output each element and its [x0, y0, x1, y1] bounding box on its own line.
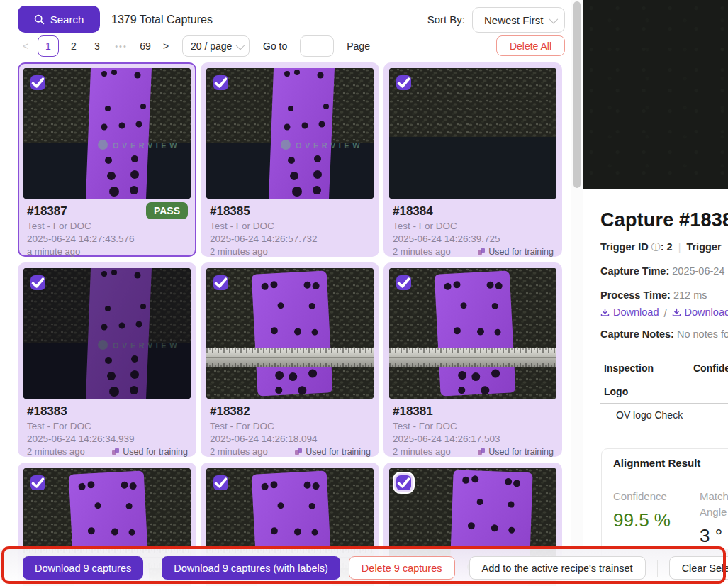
matched-angle-label: Matched Angle [700, 489, 728, 520]
sort-select[interactable]: Newest First [472, 7, 565, 33]
capture-thumbnail [23, 68, 191, 199]
capture-checkbox[interactable] [30, 275, 45, 290]
sort-select-value: Newest First [484, 14, 543, 26]
capture-card[interactable]: #18387 PASS Test - For DOC 2025-06-24 14… [18, 62, 196, 257]
capture-thumbnail [389, 68, 556, 199]
used-for-training-tag: Used for training [477, 446, 554, 458]
search-button[interactable]: Search [18, 6, 100, 33]
page-size-select[interactable]: 20 / page [182, 35, 250, 57]
delete-all-button[interactable]: Delete All [496, 35, 565, 56]
capture-timestamp: 2025-06-24 14:26:57.732 [210, 233, 371, 245]
chevron-down-icon [236, 40, 245, 50]
page-1-button[interactable]: 1 [38, 35, 59, 57]
capture-timestamp: 2025-06-24 14:26:34.939 [27, 433, 188, 446]
capture-timestamp: 2025-06-24 14:27:43.576 [27, 233, 188, 245]
capture-card[interactable]: #18381 Test - For DOC 2025-06-24 14:26:1… [383, 262, 562, 457]
capture-relative-time: 2 minutes ago [393, 446, 451, 458]
search-icon [34, 14, 45, 25]
capture-timestamp: 2025-06-24 14:26:17.503 [393, 433, 554, 446]
capture-name: Test - For DOC [27, 220, 188, 233]
capture-timestamp: 2025-06-24 14:26:39.725 [393, 233, 554, 245]
captures-grid: #18387 PASS Test - For DOC 2025-06-24 14… [18, 62, 564, 586]
capture-detail-image[interactable] [583, 0, 728, 189]
capture-info: #18383 Test - For DOC 2025-06-24 14:26:3… [23, 399, 191, 458]
capture-info: #18387 PASS Test - For DOC 2025-06-24 14… [23, 199, 191, 258]
scrollbar-thumb[interactable] [573, 1, 581, 188]
page-69-button[interactable]: 69 [137, 35, 154, 57]
goto-label: Go to [263, 40, 287, 52]
capture-name: Test - For DOC [393, 220, 554, 233]
inspection-row[interactable]: OV logo Check 99.5 % [600, 404, 728, 426]
capture-relative-time: a minute ago [27, 245, 80, 258]
page-3-button[interactable]: 3 [89, 35, 106, 57]
capture-card[interactable]: #18382 Test - For DOC 2025-06-24 14:26:1… [201, 262, 379, 457]
check-icon [213, 275, 228, 290]
capture-relative-time: 2 minutes ago [210, 245, 268, 258]
capture-checkbox[interactable] [213, 475, 228, 490]
capture-thumbnail [206, 68, 374, 199]
captures-main-area: Search 1379 Total Captures Sort By: Newe… [0, 0, 571, 586]
page-2-button[interactable]: 2 [65, 35, 82, 57]
capture-checkbox[interactable] [213, 275, 228, 290]
capture-id: #18383 [27, 404, 188, 419]
download-selected-button[interactable]: Download 9 captures [23, 556, 143, 580]
chevron-down-icon [549, 14, 559, 23]
used-for-training-tag: Used for training [111, 446, 188, 458]
col-confidence: Confidence [693, 363, 728, 374]
check-icon [396, 275, 411, 290]
capture-relative-time: 2 minutes ago [27, 446, 85, 458]
process-time-line: Process Time: 212 ms [600, 287, 728, 304]
capture-info: #18381 Test - For DOC 2025-06-24 14:26:1… [389, 399, 556, 458]
used-for-training-tag: Used for training [477, 245, 554, 258]
delete-selected-button[interactable]: Delete 9 captures [349, 556, 455, 580]
search-button-label: Search [50, 13, 84, 26]
confidence-label: Confidence [613, 489, 681, 504]
download-links: Download / Download (with labels) [600, 304, 728, 322]
capture-id: #18381 [393, 404, 554, 419]
capture-checkbox[interactable] [396, 275, 411, 290]
col-inspection: Inspection [604, 363, 693, 374]
pagination-ellipsis[interactable]: ••• [112, 42, 130, 50]
used-for-training-tag: Used for training [294, 446, 371, 458]
alignment-result-card: Alignment Result Confidence 99.5 % Match… [601, 448, 728, 563]
download-link[interactable]: Download [600, 304, 659, 321]
pass-badge: PASS [146, 202, 188, 219]
check-icon [213, 475, 228, 490]
capture-id: #18382 [210, 404, 371, 419]
inspection-table: Inspection Confidence Logo OV logo Check… [600, 358, 728, 426]
capture-checkbox[interactable] [30, 75, 45, 90]
info-icon[interactable]: ⓘ [651, 242, 661, 253]
download-with-labels-link[interactable]: Download (with labels) [672, 304, 728, 321]
capture-checkbox[interactable] [396, 75, 411, 90]
capture-checkbox[interactable] [30, 475, 45, 490]
page-label: Page [347, 40, 370, 52]
capture-checkbox[interactable] [213, 75, 228, 90]
inspection-table-header: Inspection Confidence [600, 358, 728, 380]
download-selected-with-labels-button[interactable]: Download 9 captures (with labels) [162, 556, 340, 580]
total-captures-count: 1379 Total Captures [111, 13, 213, 26]
capture-detail-title: Capture #18387 [600, 209, 728, 231]
check-icon [30, 275, 45, 290]
add-to-trainset-button[interactable]: Add to the active recipe's trainset [469, 556, 646, 580]
capture-name: Test - For DOC [210, 420, 371, 433]
capture-timestamp: 2025-06-24 14:26:18.094 [210, 433, 371, 446]
capture-thumbnail [389, 268, 556, 399]
capture-relative-time: 2 minutes ago [393, 245, 451, 258]
clear-selection-button[interactable]: Clear Selection [669, 556, 728, 580]
training-blocks-icon [477, 448, 486, 456]
check-icon [30, 475, 45, 490]
trigger-meta-line: Trigger ID ⓘ: 2|Trigger [600, 239, 728, 255]
inspection-group-logo: Logo [600, 380, 728, 404]
capture-checkbox[interactable] [396, 475, 411, 490]
capture-card[interactable]: #18383 Test - For DOC 2025-06-24 14:26:3… [18, 262, 196, 457]
inspection-row-name: OV logo Check [616, 409, 728, 421]
capture-notes-line: Capture Notes: No notes for this capture [600, 328, 728, 340]
check-icon [396, 475, 411, 490]
capture-card[interactable]: #18385 Test - For DOC 2025-06-24 14:26:5… [201, 62, 379, 257]
check-icon [213, 75, 228, 90]
goto-page-input[interactable] [300, 35, 334, 57]
prev-page-button[interactable]: < [20, 40, 31, 52]
capture-card[interactable]: #18384 Test - For DOC 2025-06-24 14:26:3… [383, 62, 562, 257]
alignment-result-title: Alignment Result [602, 449, 728, 477]
next-page-button[interactable]: > [160, 40, 172, 52]
